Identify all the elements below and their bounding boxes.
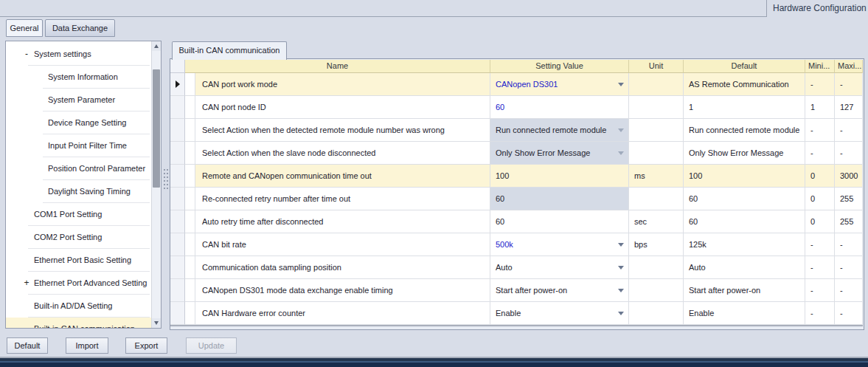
setting-value: Only Show Error Message bbox=[496, 148, 590, 157]
setting-cell[interactable]: 500k bbox=[490, 233, 629, 256]
max-value: - bbox=[840, 126, 843, 134]
tab-data-exchange[interactable]: Data Exchange bbox=[45, 19, 115, 37]
tree-item-daylight-saving-timing[interactable]: Daylight Saving Timing bbox=[6, 180, 151, 203]
table-row: Remote and CANopen communication time ou… bbox=[170, 165, 863, 188]
col-header-setting-value[interactable]: Setting Value bbox=[490, 60, 629, 73]
unit-cell: ms bbox=[629, 165, 684, 188]
indent-cell bbox=[185, 210, 195, 233]
setting-cell: 60 bbox=[490, 188, 629, 210]
tree-item-ethernet-port-basic-setting[interactable]: Ethernet Port Basic Setting bbox=[6, 249, 151, 272]
min-cell: 0 bbox=[805, 165, 835, 188]
row-selector-cell bbox=[170, 233, 185, 256]
row-selector-cell bbox=[170, 188, 185, 210]
max-value: 3000 bbox=[840, 171, 858, 180]
scroll-up-icon[interactable] bbox=[152, 41, 162, 51]
setting-value: Start after power-on bbox=[496, 286, 567, 295]
tab-built-in-can-communication[interactable]: Built-in CAN communication bbox=[172, 41, 287, 60]
table-row: CAN bit rate500kbps125k-- bbox=[170, 233, 863, 256]
indent-cell bbox=[185, 279, 195, 302]
import-button[interactable]: Import bbox=[66, 337, 108, 354]
settings-tree: -System settingsSystem InformationSystem… bbox=[5, 41, 162, 329]
default-cell: AS Remote Communication bbox=[684, 73, 805, 96]
col-header-unit[interactable]: Unit bbox=[629, 60, 684, 73]
tree-item-label: System settings bbox=[34, 43, 91, 66]
tab-data-exchange-label: Data Exchange bbox=[52, 24, 108, 32]
tree-item-built-in-can-communication[interactable]: Built-in CAN communication bbox=[6, 318, 151, 329]
row-selector-cell bbox=[170, 119, 185, 142]
min-cell: - bbox=[805, 302, 835, 325]
setting-cell[interactable]: Start after power-on bbox=[490, 279, 629, 302]
name-cell: CAN bit rate bbox=[195, 233, 490, 256]
name-cell: Auto retry time after disconnected bbox=[195, 210, 490, 233]
row-selector-cell bbox=[170, 256, 185, 279]
setting-cell[interactable]: 60 bbox=[490, 96, 629, 119]
tree-item-system-parameter[interactable]: System Parameter bbox=[6, 89, 151, 112]
setting-cell[interactable]: CANopen DS301 bbox=[490, 73, 629, 96]
tree-item-device-range-setting[interactable]: Device Range Setting bbox=[6, 112, 151, 134]
update-button[interactable]: Update bbox=[186, 337, 237, 354]
setting-cell[interactable]: Enable bbox=[490, 302, 629, 325]
table-row: Auto retry time after disconnected60sec6… bbox=[170, 210, 863, 233]
expand-icon[interactable]: + bbox=[22, 272, 31, 295]
max-cell: - bbox=[835, 73, 863, 96]
row-selector-cell bbox=[170, 302, 185, 325]
indent-cell bbox=[185, 142, 195, 165]
default-cell: 60 bbox=[684, 188, 805, 210]
setting-cell[interactable]: 60 bbox=[490, 210, 629, 233]
tab-general[interactable]: General bbox=[6, 19, 43, 37]
setting-value: Auto bbox=[496, 263, 513, 272]
tree-item-label: Built-in CAN communication bbox=[34, 318, 135, 329]
tree-item-com1-port-setting[interactable]: COM1 Port Setting bbox=[6, 203, 151, 226]
dropdown-arrow-icon[interactable] bbox=[618, 289, 624, 292]
setting-cell[interactable]: Auto bbox=[490, 256, 629, 279]
collapse-icon[interactable]: - bbox=[22, 43, 31, 66]
tree-item-system-information[interactable]: System Information bbox=[6, 66, 151, 89]
min-cell: - bbox=[805, 256, 835, 279]
col-header-default[interactable]: Default bbox=[684, 60, 805, 73]
min-cell: - bbox=[805, 119, 835, 142]
scrollbar-thumb[interactable] bbox=[153, 69, 160, 188]
tree-item-system-settings[interactable]: -System settings bbox=[6, 43, 151, 66]
max-cell: - bbox=[835, 142, 863, 165]
tree-item-position-control-parameter[interactable]: Position Control Parameter bbox=[6, 157, 151, 180]
min-value: 0 bbox=[810, 194, 815, 203]
tree-item-input-point-filter-time[interactable]: Input Point Filter Time bbox=[6, 134, 151, 157]
col-header-name[interactable]: Name bbox=[185, 60, 490, 73]
export-button[interactable]: Export bbox=[125, 337, 167, 354]
scroll-down-icon[interactable] bbox=[152, 318, 162, 328]
col-header-minimum[interactable]: Mini... bbox=[805, 60, 835, 73]
tree-item-label: Input Point Filter Time bbox=[48, 134, 127, 157]
tree-item-ethernet-port-advanced-setting[interactable]: +Ethernet Port Advanced Setting bbox=[6, 272, 151, 295]
dropdown-arrow-icon[interactable] bbox=[618, 83, 624, 86]
setting-cell[interactable]: 100 bbox=[490, 165, 629, 188]
name-value: CANopen DS301 mode data exchange enable … bbox=[202, 286, 393, 295]
dropdown-arrow-icon[interactable] bbox=[618, 266, 624, 270]
setting-cell: Only Show Error Message bbox=[490, 142, 629, 165]
tree-item-label: System Information bbox=[48, 66, 118, 89]
default-value: Run connected remote module bbox=[689, 126, 799, 134]
tree-scrollbar[interactable] bbox=[151, 41, 161, 328]
row-selector-header bbox=[170, 60, 185, 73]
table-row: CAN Hardware error counterEnableEnable-- bbox=[170, 302, 863, 325]
default-value: 60 bbox=[689, 217, 698, 226]
name-value: CAN port work mode bbox=[202, 80, 277, 89]
indent-cell bbox=[185, 256, 195, 279]
tree-item-label: Device Range Setting bbox=[48, 112, 126, 134]
indent-cell bbox=[185, 188, 195, 210]
default-value: AS Remote Communication bbox=[689, 80, 789, 89]
tree-item-com2-port-setting[interactable]: COM2 Port Setting bbox=[6, 226, 151, 249]
caption-bar bbox=[0, 0, 767, 17]
unit-cell bbox=[629, 119, 684, 142]
max-value: - bbox=[840, 309, 843, 318]
default-value: Only Show Error Message bbox=[689, 148, 783, 157]
col-header-maximum[interactable]: Maxi... bbox=[835, 60, 863, 73]
dropdown-arrow-icon[interactable] bbox=[618, 243, 624, 247]
unit-cell bbox=[629, 279, 684, 302]
dropdown-arrow-icon[interactable] bbox=[618, 312, 624, 315]
max-cell: 127 bbox=[835, 96, 863, 119]
default-button[interactable]: Default bbox=[7, 337, 48, 354]
splitter[interactable] bbox=[162, 41, 170, 329]
tree-item-built-in-ad-da-setting[interactable]: Built-in AD/DA Setting bbox=[6, 295, 151, 318]
min-value: - bbox=[810, 148, 813, 157]
min-cell: - bbox=[805, 142, 835, 165]
